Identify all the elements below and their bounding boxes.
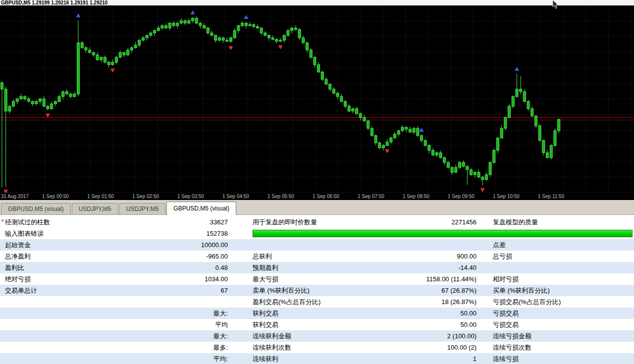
result-cell-c2l: 总获利	[253, 252, 376, 261]
time-axis-label: 1 Sep 09:50	[448, 194, 475, 199]
result-cell-c3l: 亏损交易(%占总百分比)	[493, 298, 634, 307]
result-cell-c1l: 起始资金	[0, 241, 149, 250]
result-cell-c2v: 900.00	[376, 253, 476, 260]
buy-arrow-icon	[76, 13, 81, 17]
sell-arrow-icon	[278, 45, 283, 49]
result-cell-c2v: -14.40	[376, 264, 476, 271]
sell-arrow-icon	[46, 113, 50, 117]
chart-area[interactable]	[0, 5, 634, 193]
result-cell-c2v: 100.00 (2)	[376, 344, 476, 351]
result-row: 经测试过的柱数33627用于复盘的即时价数量2271456复盘模型的质量	[0, 216, 634, 228]
result-cell-c1l: 总净盈利	[0, 252, 149, 261]
result-cell-c2l: 连续获利次数	[253, 343, 376, 352]
modelling-quality-progress-bar	[253, 230, 633, 237]
mouse-cursor-icon	[552, 0, 560, 10]
sell-arrow-icon	[229, 46, 233, 50]
result-cell-c2l: 获利交易	[253, 309, 376, 318]
result-cell-c2v: 2 (100.00)	[376, 332, 476, 340]
result-cell-c2l: 获利交易	[253, 320, 376, 329]
result-cell-c1v: 平均	[149, 320, 228, 329]
time-axis-label: 1 Sep 08:50	[403, 194, 429, 199]
buy-arrow-icon	[244, 15, 248, 19]
result-cell-c2l: 预期盈利	[253, 263, 376, 272]
time-axis-label: 1 Sep 04:50	[222, 194, 249, 199]
result-cell-c3l: 复盘模型的质量	[493, 218, 634, 227]
result-cell-c2v: 50.00	[376, 321, 476, 328]
time-axis[interactable]: 31 Aug 20171 Sep 00:501 Sep 01:501 Sep 0…	[0, 193, 634, 200]
result-cell-c2l: 盈利交易(%占总百分比)	[253, 298, 376, 307]
result-cell-c1l: 输入图表错误	[0, 229, 149, 238]
result-cell-c3l: 买单 (%获利百分比)	[493, 286, 634, 295]
buy-arrow-icon	[515, 67, 519, 71]
result-row: 绝对亏损1034.00最大亏损1158.00 (11.44%)相对亏损	[0, 273, 634, 285]
chart-ohlc-title: GBPUSD,M5 1.29199 1.29216 1.29191 1.2921…	[0, 0, 634, 5]
result-row: 最大:获利交易50.00亏损交易	[0, 308, 634, 319]
result-cell-c3l: 连续亏损金额	[493, 332, 634, 341]
result-cell-c2v: 1158.00 (11.44%)	[376, 275, 476, 283]
time-axis-label: 31 Aug 2017	[1, 194, 29, 199]
result-cell-c1l: 交易单总计	[0, 286, 149, 295]
result-cell-c2l: 最大亏损	[253, 275, 376, 284]
time-axis-label: 1 Sep 11:50	[538, 194, 564, 199]
result-row: 最多:连续获利次数100.00 (2)连续亏损次数	[0, 342, 634, 353]
candlestick-chart[interactable]	[0, 5, 634, 193]
result-cell-c3l: 总亏损	[493, 252, 634, 261]
result-cell-c1v: 最大:	[149, 332, 228, 341]
result-cell-c1v: 最多:	[149, 343, 228, 352]
result-cell-c1v: 67	[149, 287, 228, 294]
tab-2[interactable]: USDJPY,M5	[119, 203, 166, 214]
tab-active-3[interactable]: GBPUSD,M5 (visual)	[166, 202, 236, 215]
result-cell-c1v: 0.48	[149, 264, 228, 271]
result-cell-c2l: 连续获利	[253, 355, 376, 364]
result-cell-c2v: 1	[376, 355, 476, 363]
time-axis-label: 1 Sep 02:50	[132, 194, 159, 199]
buy-arrow-icon	[420, 128, 424, 132]
tab-1[interactable]: USDJPY,M5	[72, 203, 118, 214]
result-cell-c2l: 卖单 (%获利百分比)	[253, 286, 376, 295]
time-axis-label: 1 Sep 05:50	[267, 194, 294, 199]
time-axis-label: 1 Sep 01:50	[87, 194, 114, 199]
result-cell-c1v: 1034.00	[149, 275, 228, 283]
result-cell-c2v: 18 (26.87%)	[376, 298, 476, 306]
sell-arrow-icon	[385, 149, 389, 153]
result-cell-c3l: 相对亏损	[493, 275, 634, 284]
result-cell-c3l: 连续亏损次数	[493, 343, 634, 352]
result-row: 交易单总计67卖单 (%获利百分比)67 (26.87%)买单 (%获利百分比)	[0, 285, 634, 296]
result-cell-c3l: 亏损交易	[493, 309, 634, 318]
result-cell-c1l: 盈利比	[0, 263, 149, 272]
time-axis-label: 1 Sep 00:50	[42, 194, 69, 199]
result-cell-c3l: 点差	[493, 241, 634, 250]
result-cell-c1v: 33627	[149, 218, 228, 226]
result-cell-c1l: 绝对亏损	[0, 275, 149, 284]
time-axis-label: 1 Sep 03:50	[177, 194, 204, 199]
time-axis-label: 1 Sep 10:50	[493, 194, 520, 199]
result-cell-c2l: 用于复盘的即时价数量	[253, 218, 376, 227]
result-cell-c1v: 152738	[149, 230, 228, 237]
result-row: 盈利比0.48预期盈利-14.40	[0, 262, 634, 273]
sell-arrow-icon	[480, 188, 485, 192]
result-cell-c2v: 50.00	[376, 310, 476, 317]
result-row: 盈利交易(%占总百分比)18 (26.87%)亏损交易(%占总百分比)	[0, 296, 634, 308]
buy-arrow-icon	[191, 10, 195, 14]
sell-arrow-icon	[110, 69, 115, 73]
result-cell-c1v: 10000.00	[149, 241, 228, 249]
result-row: 平均获利交易50.00亏损交易	[0, 319, 634, 330]
result-cell-c1v: 最大:	[149, 309, 228, 318]
result-cell-c2v: 67 (26.87%)	[376, 287, 476, 294]
result-row: 最大:连续获利金额2 (100.00)连续亏损金额	[0, 330, 634, 342]
result-row: 总净盈利-965.00总获利900.00总亏损	[0, 251, 634, 262]
chart-tab-bar: GBPUSD,M5 (visual)USDJPY,M5USDJPY,M5GBPU…	[0, 200, 634, 215]
result-cell-c2l: 连续获利金额	[253, 332, 376, 341]
result-cell-c3l: 亏损交易	[493, 320, 634, 329]
result-row: 输入图表错误152738	[0, 228, 634, 239]
result-cell-c1v: 平均:	[149, 355, 228, 364]
result-row: 起始资金10000.00点差	[0, 239, 634, 251]
time-axis-label: 1 Sep 06:50	[313, 194, 339, 199]
result-cell-c3l: 连续亏损	[493, 355, 634, 364]
backtest-results-panel: × 经测试过的柱数33627用于复盘的即时价数量2271456复盘模型的质量输入…	[0, 215, 634, 364]
result-cell-c2v: 2271456	[376, 218, 476, 226]
result-cell-c1l: 经测试过的柱数	[0, 218, 149, 227]
time-axis-label: 1 Sep 07:50	[358, 194, 384, 199]
result-row: 平均:连续获利1连续亏损	[0, 353, 634, 364]
tab-0[interactable]: GBPUSD,M5 (visual)	[1, 203, 71, 214]
